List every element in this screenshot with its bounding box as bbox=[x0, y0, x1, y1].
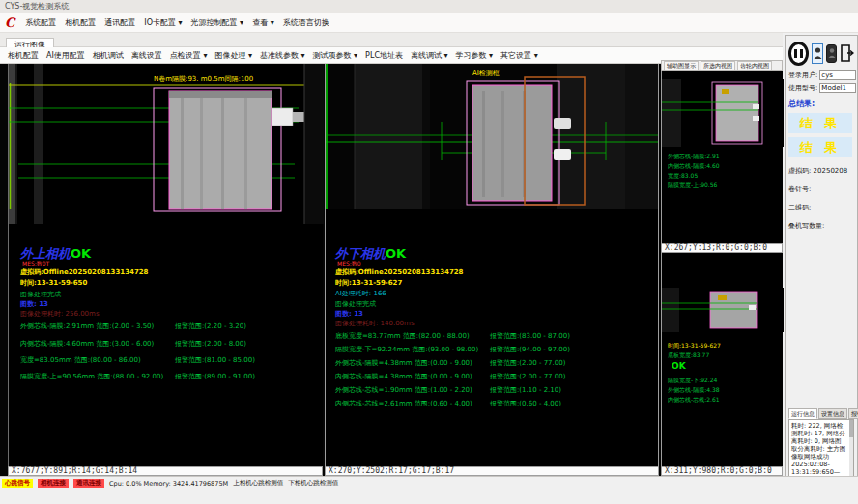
camera-panel-lower: AI检测框 外下相机OK MES:数0 虚拟码:Offline202502081… bbox=[325, 64, 659, 466]
highlight-spot bbox=[554, 149, 571, 160]
exit-button[interactable] bbox=[840, 43, 854, 64]
aux-image-top[interactable] bbox=[662, 79, 784, 147]
barcode-line-upper: 虚拟码:Offline20250208133134728 bbox=[20, 267, 149, 277]
alarm-range: 报警范围:(89.00 - 91.00) bbox=[175, 372, 255, 381]
result-ok-lower: OK bbox=[386, 246, 406, 261]
elapsed-lower: 图像处理耗时: 140.00ms bbox=[335, 319, 415, 328]
alarm-range: 报警范围:(0.60 - 4.00) bbox=[490, 399, 561, 408]
log-scrollbar-thumb[interactable] bbox=[849, 420, 853, 437]
log-tab-error-info[interactable]: 报错信息 bbox=[848, 408, 858, 419]
pause-button[interactable] bbox=[788, 42, 809, 66]
frame-count-upper: 图数: 13 bbox=[20, 299, 48, 309]
measure-row: 外侧芯线-芯线=1.90mm 范围:(1.00 - 2.20)报警范围:(1.1… bbox=[335, 385, 652, 395]
measure-value: 底板宽度=83.77mm 范围:(82.00 - 88.00) bbox=[335, 332, 470, 340]
upper-heartbeat-text: 上相机心跳检测值 bbox=[233, 479, 283, 488]
cell-region bbox=[169, 91, 272, 209]
app-window: CYS-视觉检测系统 C 系统配置 相机配置 通讯配置 IO卡配置 ▾ 光源控制… bbox=[0, 0, 858, 504]
log-tab-run-info[interactable]: 运行信息 bbox=[788, 408, 817, 419]
tool-plc-address-table[interactable]: PLC地址表 bbox=[365, 50, 403, 61]
pause-icon bbox=[800, 49, 803, 58]
tool-offline-debug[interactable]: 离线调试 ▾ bbox=[411, 50, 448, 61]
run-log-textarea[interactable]: 耗时: 222, 网络检测耗时: 17, 网络分离耗时: 0, 网络图取分离耗时… bbox=[788, 419, 854, 483]
admin-mode-button[interactable] bbox=[826, 44, 837, 63]
operator-mode-button[interactable] bbox=[812, 43, 823, 64]
coords-footer-lower: X:270;Y:2502;R:17;G:17;B:17 bbox=[325, 466, 659, 476]
time-line-lower: 时间:13-31-59-627 bbox=[335, 278, 402, 288]
aux-panel-bottom: 时间:13-31-59-627 底板宽度:83.77 OK 隔膜宽度-下:92.… bbox=[661, 253, 783, 466]
camera-image-upper[interactable]: N卷m隔膜:93. m0.5m间隔:100 bbox=[9, 64, 324, 224]
measure-row: 宽度=83.05mm 范围:(80.00 - 86.00)报警范围:(81.00… bbox=[20, 355, 316, 365]
log-tab-setting-info[interactable]: 设置信息 bbox=[818, 408, 847, 419]
status-bar: 心跳信号 相机连接 通讯连接 Cpu: 0.0% Memory: 3424.41… bbox=[2, 479, 338, 488]
highlight-spot bbox=[753, 116, 759, 121]
measure-value: 外侧芯线-隔膜:2.91mm 范围:(2.00 - 3.50) bbox=[20, 322, 154, 330]
frame-count-lower: 图数: 13 bbox=[335, 309, 363, 319]
process-status-upper: 图像处理完成 bbox=[20, 290, 61, 299]
menu-light-config[interactable]: 光源控制配置 ▾ bbox=[191, 17, 244, 28]
camera-name-lower: 外下相机 bbox=[335, 246, 386, 261]
coords-footer-upper: X:7677;Y:891;R:14;G:14;B:14 bbox=[8, 466, 323, 476]
menu-view[interactable]: 查看 ▾ bbox=[252, 17, 274, 28]
lower-heartbeat-text: 下相机心跳检测值 bbox=[288, 479, 338, 488]
measure-row: 内侧芯线-隔膜=4.38mm 范围:(0.00 - 9.00)报警范围:(2.0… bbox=[335, 372, 652, 381]
window-titlebar[interactable]: CYS-视觉检测系统 bbox=[0, 0, 858, 13]
camera-image-lower[interactable]: AI检测框 bbox=[326, 64, 658, 209]
tool-baseline-params[interactable]: 基准线参数 ▾ bbox=[260, 50, 305, 61]
aux-tab-strip: 辅助图显示 所选内视图 齿轮内视图 bbox=[661, 60, 783, 71]
overlay-label-lower: AI检测框 bbox=[472, 70, 500, 77]
time-line-upper: 时间:13-31-59-650 bbox=[20, 278, 87, 288]
measure-value: 宽度=83.05mm 范围:(80.00 - 86.00) bbox=[20, 356, 141, 364]
menu-language-switch[interactable]: 系统语言切换 bbox=[283, 17, 329, 28]
alarm-range: 报警范围:(94.00 - 97.00) bbox=[490, 345, 570, 354]
marker-spot bbox=[722, 89, 729, 94]
aux-measure-line: 底板宽度:83.77 bbox=[668, 351, 709, 360]
aux-tab-selected-view[interactable]: 所选内视图 bbox=[701, 61, 735, 70]
menu-camera-config[interactable]: 相机配置 bbox=[65, 17, 96, 28]
log-scrollbar[interactable] bbox=[849, 420, 853, 482]
login-user-input[interactable] bbox=[819, 70, 856, 80]
aux-measure-line: 隔膜宽度-上:90.56 bbox=[668, 182, 717, 190]
heartbeat-badge: 心跳信号 bbox=[2, 479, 33, 488]
highlight-spot bbox=[753, 104, 759, 109]
ai-elapsed-lower: AI处理耗时: 166 bbox=[335, 289, 386, 298]
tool-learning-params[interactable]: 学习参数 ▾ bbox=[456, 50, 494, 61]
marker-spot bbox=[718, 295, 727, 300]
total-result-label: 总结果: bbox=[788, 98, 854, 109]
tool-offline-setting[interactable]: 离线设置 bbox=[131, 50, 162, 61]
cpu-memory-text: Cpu: 0.0% Memory: 3424.41796875M bbox=[109, 480, 228, 488]
aux-measure-line: 内侧芯线-隔膜:4.60 bbox=[668, 162, 720, 171]
overlay-label-upper: N卷m隔膜:93. m0.5m间隔:100 bbox=[154, 75, 253, 83]
menu-io-config[interactable]: IO卡配置 ▾ bbox=[144, 17, 182, 28]
app-logo-icon: C bbox=[5, 16, 14, 29]
coords-footer-aux-top: X:267;Y:13;R:0;G:0;B:0 bbox=[661, 243, 783, 253]
measure-row: 内侧芯线-隔膜:4.60mm 范围:(3.00 - 6.00)报警范围:(2.0… bbox=[20, 339, 316, 349]
model-input[interactable] bbox=[819, 83, 856, 93]
aux-tab-ng-view[interactable]: 辅助图显示 bbox=[664, 61, 699, 70]
alarm-range: 报警范围:(2.00 - 77.00) bbox=[490, 372, 565, 381]
menu-comm-config[interactable]: 通讯配置 bbox=[104, 17, 135, 28]
aux-tab-gear-view[interactable]: 齿轮内视图 bbox=[737, 61, 772, 70]
stack-write-count-field: 叠机写数量: bbox=[788, 221, 854, 231]
measure-value: 隔膜宽度-上=90.56mm 范围:(88.00 - 92.00) bbox=[20, 373, 163, 380]
measure-row: 外侧芯线-隔膜:2.91mm 范围:(2.00 - 3.50)报警范围:(2.2… bbox=[20, 322, 316, 331]
alarm-range: 报警范围:(2.00 - 77.00) bbox=[490, 358, 565, 368]
measure-value: 内侧芯线-芯线=2.61mm 范围:(0.60 - 4.00) bbox=[335, 400, 472, 407]
user-icon bbox=[814, 46, 822, 60]
log-tab-strip: 运行信息 设置信息 报错信息 bbox=[788, 408, 858, 419]
exit-door-icon bbox=[840, 44, 854, 62]
aux-image-bottom[interactable] bbox=[662, 288, 784, 332]
measure-row: 隔膜宽度-下=92.24mm 范围:(93.00 - 98.00)报警范围:(9… bbox=[335, 345, 652, 354]
tool-spotcheck-setting[interactable]: 点检设置 ▾ bbox=[170, 50, 208, 61]
tool-ai-usage-config[interactable]: AI使用配置 bbox=[46, 50, 85, 61]
aux-measure-line: 隔膜宽度-下:92.24 bbox=[668, 377, 717, 385]
tool-other-settings[interactable]: 其它设置 ▾ bbox=[500, 50, 538, 61]
highlight-spot bbox=[749, 305, 756, 310]
alarm-range: 报警范围:(81.00 - 85.00) bbox=[175, 355, 255, 365]
tool-image-processing[interactable]: 图像处理 ▾ bbox=[214, 50, 252, 61]
measure-value: 隔膜宽度-下=92.24mm 范围:(93.00 - 98.00) bbox=[335, 346, 478, 353]
tool-test-params[interactable]: 测试项参数 ▾ bbox=[313, 50, 358, 61]
menu-system-config[interactable]: 系统配置 bbox=[25, 17, 56, 28]
camera-panel-upper: N卷m隔膜:93. m0.5m间隔:100 外上相机OK MES:数0T 虚拟码… bbox=[8, 64, 323, 466]
tool-camera-debug[interactable]: 相机调试 bbox=[93, 50, 124, 61]
tool-camera-config[interactable]: 相机配置 bbox=[8, 50, 39, 61]
